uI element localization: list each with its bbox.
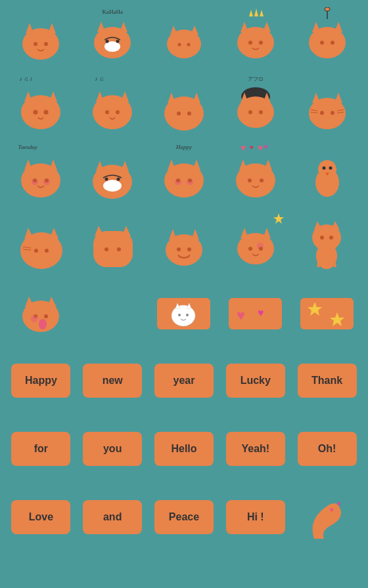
cell-4-3[interactable] bbox=[151, 213, 218, 276]
text-year[interactable]: year bbox=[154, 364, 214, 398]
svg-marker-76 bbox=[193, 159, 200, 170]
cell-2-4[interactable]: アフロ bbox=[222, 76, 288, 139]
cell-6-2[interactable]: new bbox=[80, 349, 146, 412]
svg-marker-107 bbox=[122, 226, 131, 236]
cell-6-1[interactable]: Happy bbox=[8, 349, 74, 412]
cell-8-3[interactable]: Peace bbox=[151, 486, 218, 549]
svg-marker-16 bbox=[249, 10, 253, 16]
cell-6-4[interactable]: Lucky bbox=[222, 349, 288, 412]
svg-marker-7 bbox=[120, 22, 127, 32]
svg-point-135 bbox=[44, 314, 48, 318]
svg-point-14 bbox=[177, 43, 181, 47]
cell-7-3[interactable]: Hello bbox=[151, 417, 218, 480]
svg-point-25 bbox=[325, 7, 330, 11]
svg-point-35 bbox=[44, 110, 49, 115]
svg-marker-133 bbox=[47, 297, 57, 307]
svg-marker-43 bbox=[193, 93, 200, 103]
svg-marker-20 bbox=[241, 22, 248, 32]
svg-point-72 bbox=[105, 178, 108, 181]
svg-point-51 bbox=[259, 110, 263, 114]
text-for[interactable]: for bbox=[11, 432, 70, 466]
svg-marker-12 bbox=[170, 26, 177, 35]
svg-point-39 bbox=[105, 110, 109, 114]
cell-7-4[interactable]: Yeah! bbox=[222, 417, 288, 480]
cell-8-5[interactable]: ♥ ♥ bbox=[294, 486, 360, 549]
text-and[interactable]: and bbox=[83, 500, 142, 534]
cell-1-2[interactable]: KaHaHa bbox=[80, 8, 146, 71]
cell-8-1[interactable]: Love bbox=[8, 486, 74, 549]
text-lucky[interactable]: Lucky bbox=[226, 364, 285, 398]
cell-1-1[interactable] bbox=[8, 8, 74, 71]
cell-2-2[interactable]: ♪ ♫ bbox=[80, 76, 146, 139]
svg-point-55 bbox=[320, 111, 324, 115]
cell-2-3[interactable] bbox=[151, 76, 218, 139]
svg-marker-6 bbox=[97, 22, 105, 32]
cell-4-5[interactable] bbox=[294, 213, 360, 276]
svg-marker-17 bbox=[254, 9, 258, 16]
svg-marker-100 bbox=[49, 228, 58, 239]
svg-marker-33 bbox=[49, 91, 57, 102]
cell-4-2[interactable] bbox=[80, 213, 146, 276]
svg-point-137 bbox=[39, 319, 47, 329]
text-new[interactable]: new bbox=[83, 364, 142, 398]
cell-2-5[interactable] bbox=[294, 76, 360, 139]
cell-7-1[interactable]: for bbox=[8, 417, 74, 480]
text-hello[interactable]: Hello bbox=[154, 432, 214, 466]
svg-point-29 bbox=[320, 41, 324, 45]
cell-4-1[interactable] bbox=[8, 213, 74, 276]
cell-7-2[interactable]: you bbox=[80, 417, 146, 480]
svg-point-143 bbox=[178, 314, 181, 316]
cell-5-5[interactable] bbox=[294, 281, 360, 344]
cell-8-4[interactable]: Hi ! bbox=[222, 486, 288, 549]
svg-point-113 bbox=[177, 247, 181, 251]
svg-marker-69 bbox=[96, 161, 104, 171]
svg-point-126 bbox=[329, 236, 333, 240]
text-peace[interactable]: Peace bbox=[154, 500, 214, 534]
cell-7-5[interactable]: Oh! bbox=[294, 417, 360, 480]
svg-point-136 bbox=[31, 316, 37, 322]
svg-marker-42 bbox=[168, 93, 175, 103]
svg-point-15 bbox=[187, 43, 190, 47]
svg-text:♥: ♥ bbox=[237, 307, 245, 324]
svg-point-88 bbox=[248, 178, 252, 182]
svg-point-71 bbox=[103, 180, 122, 192]
svg-marker-27 bbox=[312, 22, 320, 32]
cell-3-5[interactable] bbox=[294, 144, 360, 207]
text-love[interactable]: Love bbox=[11, 500, 70, 534]
text-happy[interactable]: Happy bbox=[11, 364, 70, 398]
cell-3-4[interactable]: ♥ ♥ ♥ ♥ bbox=[222, 144, 288, 207]
cell-1-5[interactable] bbox=[294, 8, 360, 71]
text-oh[interactable]: Oh! bbox=[298, 432, 357, 466]
cell-5-1[interactable] bbox=[8, 281, 74, 344]
cell-6-5[interactable]: Thank bbox=[294, 349, 360, 412]
svg-point-34 bbox=[34, 110, 38, 115]
cell-6-3[interactable]: year bbox=[151, 349, 218, 412]
text-thank[interactable]: Thank bbox=[298, 364, 357, 398]
cell-1-3[interactable] bbox=[151, 8, 218, 71]
svg-text:♥: ♥ bbox=[264, 143, 268, 150]
cell-2-1[interactable]: ♪ ♫ ♪ bbox=[8, 76, 74, 139]
cell-3-3[interactable]: Happy bbox=[151, 144, 218, 207]
cell-5-3[interactable] bbox=[151, 281, 218, 344]
cell-3-1[interactable]: Tuesday bbox=[8, 144, 74, 207]
text-yeah[interactable]: Yeah! bbox=[226, 432, 285, 466]
cell-1-4[interactable] bbox=[222, 8, 288, 71]
svg-marker-28 bbox=[334, 22, 342, 32]
cell-3-2[interactable] bbox=[80, 144, 146, 207]
svg-marker-115 bbox=[273, 213, 284, 224]
svg-text:♥: ♥ bbox=[241, 142, 246, 153]
svg-marker-106 bbox=[95, 226, 104, 236]
text-hi[interactable]: Hi ! bbox=[226, 500, 285, 534]
cell-5-2[interactable] bbox=[80, 281, 146, 344]
sticker-grid: KaHaHa bbox=[0, 0, 368, 556]
cell-8-2[interactable]: and bbox=[80, 486, 146, 549]
svg-marker-21 bbox=[263, 22, 271, 32]
text-you[interactable]: you bbox=[83, 432, 142, 466]
cell-4-4[interactable] bbox=[222, 213, 288, 276]
svg-marker-87 bbox=[264, 159, 272, 170]
svg-point-50 bbox=[248, 110, 252, 114]
svg-marker-123 bbox=[314, 221, 322, 230]
cell-5-4[interactable]: ♥ ♥ bbox=[222, 281, 288, 344]
svg-point-30 bbox=[331, 41, 334, 45]
svg-point-79 bbox=[176, 178, 180, 182]
